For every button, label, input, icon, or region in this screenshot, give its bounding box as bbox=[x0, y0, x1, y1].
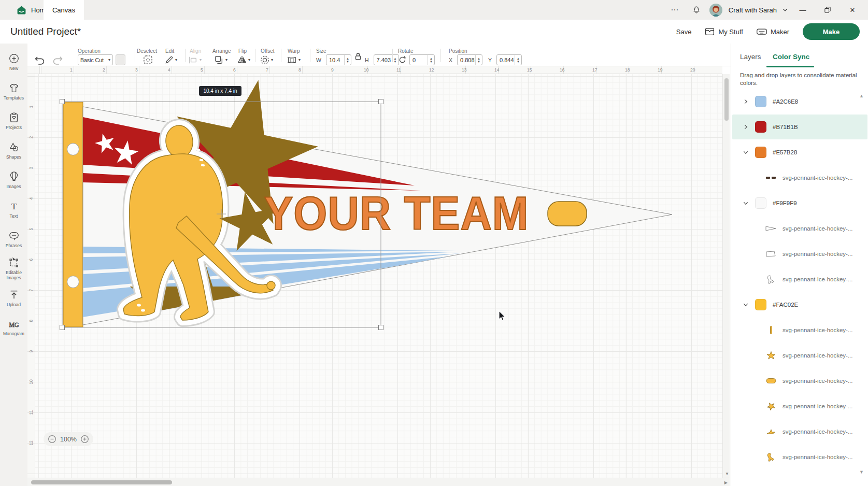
layer-row[interactable]: svg-pennant-ice-hockey-... bbox=[732, 394, 867, 419]
width-stepper[interactable]: ▲▼ bbox=[344, 55, 351, 65]
layer-row[interactable]: svg-pennant-ice-hockey-... bbox=[732, 445, 867, 469]
maker-button[interactable]: Maker bbox=[757, 28, 789, 36]
color-group-row[interactable]: #E57B28 bbox=[732, 140, 867, 165]
tab-layers[interactable]: Layers bbox=[740, 53, 761, 61]
my-stuff-button[interactable]: My Stuff bbox=[705, 27, 743, 36]
notifications-button[interactable] bbox=[688, 2, 705, 18]
position-x-stepper[interactable]: ▲▼ bbox=[475, 55, 482, 65]
sidebar-item-phrases[interactable]: Phrases bbox=[0, 224, 27, 254]
layer-row[interactable]: svg-pennant-ice-hockey-... bbox=[732, 368, 867, 393]
canvas-viewport[interactable] bbox=[35, 74, 722, 478]
horizontal-scrollbar-thumb[interactable] bbox=[31, 480, 172, 484]
offset-menu-button[interactable]: ▾ bbox=[260, 54, 273, 65]
arrange-menu-button[interactable]: ▾ bbox=[215, 54, 227, 65]
position-y-input[interactable] bbox=[497, 57, 515, 63]
color-group-row[interactable]: #F9F9F9 bbox=[732, 191, 867, 216]
save-button[interactable]: Save bbox=[676, 28, 692, 36]
sidebar-item-editable-images[interactable]: Editable Images bbox=[0, 254, 27, 283]
position-y-stepper[interactable]: ▲▼ bbox=[515, 55, 521, 65]
panel-scroll-down-arrow[interactable]: ▼ bbox=[859, 469, 864, 475]
vertical-scrollbar-thumb[interactable] bbox=[724, 78, 729, 121]
more-options-button[interactable]: ⋯ bbox=[666, 2, 684, 18]
flip-menu-button[interactable]: ▾ bbox=[237, 54, 250, 65]
redo-button[interactable] bbox=[52, 55, 63, 65]
align-label: Align bbox=[190, 48, 201, 54]
window-close-button[interactable]: ✕ bbox=[842, 0, 863, 20]
rotate-field[interactable]: ▲▼ bbox=[409, 54, 435, 65]
scroll-down-arrow[interactable]: ▼ bbox=[725, 471, 729, 476]
avatar[interactable] bbox=[709, 4, 722, 17]
color-group-row[interactable]: #A2C6E8 bbox=[732, 89, 867, 114]
layer-row[interactable]: svg-pennant-ice-hockey-... bbox=[732, 267, 867, 292]
edit-menu-button[interactable]: ▾ bbox=[165, 54, 177, 65]
sidebar-item-text[interactable]: T Text bbox=[0, 195, 27, 224]
layer-row[interactable]: svg-pennant-ice-hockey-... bbox=[732, 343, 867, 368]
height-input[interactable] bbox=[374, 57, 392, 63]
operation-color-swatch[interactable] bbox=[116, 54, 125, 65]
color-group-row[interactable]: #FAC02E bbox=[732, 292, 867, 317]
sidebar-item-monogram[interactable]: MG Monogram bbox=[0, 313, 27, 342]
sidebar-item-templates[interactable]: Templates bbox=[0, 77, 27, 106]
color-sync-list: #A2C6E8 #B71B1B #E57B28 svg-pennant-ice-… bbox=[731, 89, 868, 486]
vertical-scrollbar[interactable]: ▼ bbox=[722, 74, 730, 478]
chevron-icon[interactable] bbox=[743, 124, 749, 130]
width-field[interactable]: ▲▼ bbox=[326, 54, 351, 65]
rotate-stepper[interactable]: ▲▼ bbox=[428, 55, 434, 65]
deselect-button[interactable] bbox=[143, 55, 153, 65]
align-icon bbox=[189, 56, 198, 64]
color-swatch[interactable] bbox=[755, 197, 766, 209]
chevron-icon[interactable] bbox=[743, 98, 749, 105]
ruler-top-number: 12 bbox=[429, 67, 434, 73]
tab-color-sync[interactable]: Color Sync bbox=[773, 53, 809, 61]
operation-select[interactable]: Basic Cut▾ bbox=[78, 54, 113, 65]
color-swatch[interactable] bbox=[755, 147, 766, 158]
position-x-field[interactable]: ▲▼ bbox=[457, 54, 482, 65]
chevron-icon[interactable] bbox=[743, 149, 749, 155]
zoom-in-button[interactable] bbox=[80, 435, 89, 444]
position-x-input[interactable] bbox=[458, 57, 475, 63]
rotate-input[interactable] bbox=[410, 57, 428, 63]
height-field[interactable]: ▲▼ bbox=[374, 54, 399, 65]
undo-button[interactable] bbox=[34, 55, 45, 65]
new-plus-icon bbox=[8, 53, 20, 64]
offset-icon bbox=[260, 55, 269, 65]
sidebar-item-new[interactable]: New bbox=[0, 47, 27, 77]
layer-row[interactable]: svg-pennant-ice-hockey-... bbox=[732, 216, 867, 241]
scroll-right-arrow[interactable]: ▶ bbox=[724, 480, 728, 485]
layer-row[interactable]: svg-pennant-ice-hockey-... bbox=[732, 241, 867, 266]
horizontal-scrollbar[interactable]: ▶ bbox=[27, 478, 730, 486]
ruler-top-number: 7 bbox=[266, 67, 268, 73]
position-y-field[interactable]: ▲▼ bbox=[496, 54, 522, 65]
window-minimize-button[interactable]: — bbox=[792, 0, 813, 20]
sidebar-item-images[interactable]: Images bbox=[0, 165, 27, 195]
layer-row[interactable]: svg-pennant-ice-hockey-... bbox=[732, 419, 867, 444]
layer-name: svg-pennant-ice-hockey-... bbox=[782, 251, 853, 257]
color-swatch[interactable] bbox=[755, 121, 766, 133]
canvas-tab[interactable]: Canvas bbox=[44, 0, 84, 20]
account-name[interactable]: Craft with Sarah bbox=[729, 6, 777, 14]
arrange-layers-icon bbox=[215, 55, 224, 64]
color-hex-label: #F9F9F9 bbox=[773, 200, 797, 206]
warp-menu-button[interactable]: ▾ bbox=[287, 54, 301, 65]
sidebar-item-projects[interactable]: Projects bbox=[0, 106, 27, 136]
color-group-row[interactable]: #B71B1B bbox=[732, 115, 867, 139]
window-bar: Home Canvas ⋯ Craft with Sarah — ✕ bbox=[0, 0, 868, 20]
layer-row[interactable]: svg-pennant-ice-hockey-... bbox=[732, 318, 867, 342]
color-swatch[interactable] bbox=[755, 96, 766, 107]
window-restore-button[interactable] bbox=[817, 0, 838, 20]
ruler-top-number: 16 bbox=[560, 67, 564, 73]
width-input[interactable] bbox=[326, 57, 344, 63]
layer-row[interactable]: svg-pennant-ice-hockey-... bbox=[732, 165, 867, 190]
chevron-icon[interactable] bbox=[743, 200, 749, 206]
zoom-out-button[interactable] bbox=[48, 435, 56, 444]
chevron-down-icon[interactable] bbox=[782, 7, 788, 13]
ruler-left-number: 7 bbox=[29, 288, 34, 293]
edit-label: Edit bbox=[165, 48, 174, 54]
lock-aspect-icon[interactable] bbox=[354, 52, 362, 61]
make-button[interactable]: Make bbox=[803, 23, 860, 40]
layer-name: svg-pennant-ice-hockey-... bbox=[782, 276, 853, 282]
chevron-icon[interactable] bbox=[743, 302, 749, 308]
sidebar-item-upload[interactable]: Upload bbox=[0, 283, 27, 313]
color-swatch[interactable] bbox=[755, 299, 766, 310]
sidebar-item-shapes[interactable]: Shapes bbox=[0, 136, 27, 165]
